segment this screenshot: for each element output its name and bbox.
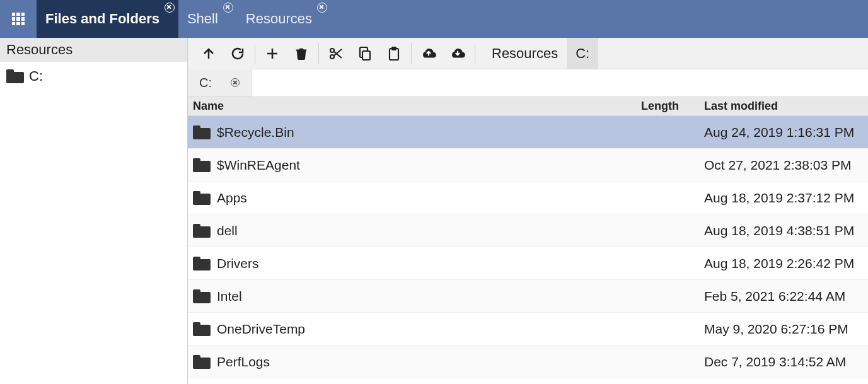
table-row[interactable]: $Recycle.BinAug 24, 2019 1:16:31 PM <box>188 116 868 149</box>
sidebar-title: Resources <box>0 38 187 62</box>
breadcrumb-resources[interactable]: Resources <box>483 38 567 69</box>
copy-button[interactable] <box>350 38 379 69</box>
apps-grid-icon <box>12 13 25 25</box>
breadcrumb-drive-c[interactable]: C: <box>567 38 598 69</box>
cut-button[interactable] <box>321 38 350 69</box>
folder-icon <box>193 355 211 369</box>
table-row[interactable]: dellAug 18, 2019 4:38:51 PM <box>188 214 868 247</box>
folder-icon <box>193 289 211 303</box>
table-row[interactable]: AppsAug 18, 2019 2:37:12 PM <box>188 182 868 214</box>
paste-button[interactable] <box>379 38 408 69</box>
folder-icon <box>193 322 211 336</box>
file-name: $WinREAgent <box>217 158 300 173</box>
file-name: Intel <box>217 289 242 304</box>
file-modified: Aug 24, 2019 1:16:31 PM <box>704 125 868 140</box>
cloud-download-icon <box>449 46 466 61</box>
table-row[interactable]: PerfLogsDec 7, 2019 3:14:52 AM <box>188 346 868 378</box>
file-name: PerfLogs <box>217 354 270 369</box>
refresh-icon <box>230 46 245 61</box>
arrow-up-icon <box>201 46 216 61</box>
file-modified: Aug 18, 2019 4:38:51 PM <box>704 223 868 238</box>
breadcrumb-label: Resources <box>492 45 558 62</box>
main-panel: Resources C: C: Name Length Last modifie… <box>188 38 868 384</box>
file-modified: Feb 5, 2021 6:22:44 AM <box>704 289 868 304</box>
column-header-name[interactable]: Name <box>188 100 641 113</box>
table-row[interactable]: $WinREAgentOct 27, 2021 2:38:03 PM <box>188 149 868 182</box>
cloud-upload-icon <box>420 46 437 61</box>
column-header-length[interactable]: Length <box>641 100 704 113</box>
tab-label: Files and Folders <box>45 11 159 27</box>
folder-icon <box>193 257 211 271</box>
file-modified: May 9, 2020 6:27:16 PM <box>704 322 868 337</box>
table-row[interactable]: DriversAug 18, 2019 2:26:42 PM <box>188 247 868 280</box>
scissors-icon <box>328 46 344 61</box>
tab-resources[interactable]: Resources <box>237 0 331 38</box>
close-icon[interactable] <box>317 3 327 13</box>
file-modified: Oct 27, 2021 2:38:03 PM <box>704 158 868 173</box>
column-header-modified[interactable]: Last modified <box>704 100 868 113</box>
file-modified: Aug 18, 2019 2:26:42 PM <box>704 256 868 271</box>
tab-label: Shell <box>187 11 218 27</box>
toolbar-separator <box>255 43 255 64</box>
copy-icon <box>357 46 373 61</box>
toolbar-separator <box>318 43 319 64</box>
sidebar-item-drive-c[interactable]: C: <box>6 68 181 84</box>
clipboard-icon <box>386 46 402 61</box>
sidebar-item-label: C: <box>29 68 43 84</box>
toolbar-separator <box>411 43 412 64</box>
folder-icon <box>6 69 24 83</box>
file-name: dell <box>217 223 238 238</box>
close-icon[interactable] <box>231 78 240 87</box>
svg-rect-2 <box>362 51 370 60</box>
close-icon[interactable] <box>165 3 175 13</box>
plus-icon <box>265 46 280 61</box>
path-tab-bar: C: <box>188 69 868 97</box>
folder-icon <box>193 125 211 139</box>
download-button[interactable] <box>443 38 472 69</box>
toolbar-separator <box>475 43 475 64</box>
sidebar-tree: C: <box>0 62 187 91</box>
table-row[interactable]: OneDriveTempMay 9, 2020 6:27:16 PM <box>188 313 868 346</box>
table-row[interactable]: IntelFeb 5, 2021 6:22:44 AM <box>188 280 868 313</box>
top-tab-bar: Files and Folders Shell Resources <box>0 0 868 38</box>
path-tab-label: C: <box>199 76 212 90</box>
file-modified: Aug 18, 2019 2:37:12 PM <box>704 190 868 206</box>
refresh-button[interactable] <box>223 38 252 69</box>
file-name: $Recycle.Bin <box>217 125 294 140</box>
trash-icon <box>294 46 308 61</box>
breadcrumb-label: C: <box>576 45 589 62</box>
sidebar: Resources C: <box>0 38 188 384</box>
grid-header: Name Length Last modified <box>188 97 868 116</box>
file-modified: Dec 7, 2019 3:14:52 AM <box>704 354 868 369</box>
file-name: Drivers <box>217 256 259 271</box>
file-name: Apps <box>217 190 247 206</box>
tab-files-and-folders[interactable]: Files and Folders <box>37 0 178 38</box>
folder-icon <box>193 158 211 172</box>
tab-shell[interactable]: Shell <box>178 0 237 38</box>
apps-launcher-button[interactable] <box>0 0 37 38</box>
path-tab-drive-c[interactable]: C: <box>188 69 252 96</box>
up-button[interactable] <box>194 38 223 69</box>
breadcrumb: Resources C: <box>483 38 598 69</box>
folder-icon <box>193 224 211 238</box>
toolbar: Resources C: <box>188 38 868 69</box>
new-button[interactable] <box>258 38 287 69</box>
file-name: OneDriveTemp <box>217 322 305 337</box>
tab-label: Resources <box>246 11 312 27</box>
close-icon[interactable] <box>223 3 233 13</box>
upload-button[interactable] <box>414 38 443 69</box>
file-grid: Name Length Last modified $Recycle.BinAu… <box>188 97 868 384</box>
delete-button[interactable] <box>287 38 316 69</box>
folder-icon <box>193 191 211 205</box>
